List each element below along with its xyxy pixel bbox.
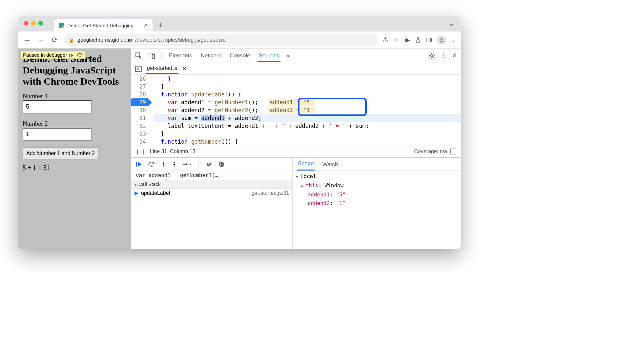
device-mode-icon[interactable] xyxy=(148,52,155,59)
result-text: 5 + 1 = 51 xyxy=(23,164,126,172)
scope-variable[interactable]: this: Window xyxy=(296,181,458,191)
labs-icon[interactable] xyxy=(415,37,421,43)
line-number[interactable]: 34 xyxy=(131,138,148,146)
code-line[interactable]: function getNumber1() { xyxy=(154,138,461,146)
close-file-icon[interactable]: ✕ xyxy=(182,66,187,72)
back-button[interactable]: ← xyxy=(23,35,32,45)
scope-variable[interactable]: addend2: "1" xyxy=(296,199,458,208)
open-file-tab[interactable]: get-started.js xyxy=(146,63,178,74)
code-line[interactable]: } xyxy=(154,130,461,138)
url-path: /devtools-samples/debug-js/get-started xyxy=(135,37,226,43)
line-number[interactable]: 27 xyxy=(131,83,148,91)
number1-label: Number 1 xyxy=(23,92,126,100)
deactivate-breakpoints-button[interactable] xyxy=(206,161,213,168)
tab-network[interactable]: Network xyxy=(199,49,222,62)
line-number[interactable]: 30 xyxy=(131,106,148,114)
more-tabs-icon[interactable]: » xyxy=(286,52,289,59)
close-devtools-icon[interactable]: ✕ xyxy=(452,52,457,59)
coverage-toggle[interactable] xyxy=(450,149,456,154)
code-editor[interactable]: 262728293031323334 } } function updateLa… xyxy=(131,75,461,146)
code-line[interactable]: } xyxy=(154,75,461,83)
browser-tabbar: Demo: Get Started Debugging ✕ + xyxy=(18,16,461,31)
step-out-button[interactable] xyxy=(172,161,176,168)
tab-elements[interactable]: Elements xyxy=(168,49,194,62)
svg-point-11 xyxy=(151,165,153,167)
callstack-frame[interactable]: ▶updateLabelget-started.js:31 xyxy=(131,189,292,197)
extensions-icon[interactable] xyxy=(404,37,410,43)
line-number[interactable]: 32 xyxy=(131,122,148,130)
devtools-menu-icon[interactable]: ⋮ xyxy=(441,52,446,59)
navigator-toggle-icon[interactable] xyxy=(135,66,142,72)
maximize-window-button[interactable] xyxy=(38,21,43,26)
svg-rect-18 xyxy=(220,163,221,166)
code-line[interactable]: var addend2 = getNumber2(); addend2 = "1… xyxy=(154,106,461,114)
step-into-button[interactable] xyxy=(161,161,166,168)
browser-tab[interactable]: Demo: Get Started Debugging ✕ xyxy=(54,19,153,31)
number2-input[interactable] xyxy=(23,128,92,141)
pause-on-exceptions-button[interactable] xyxy=(218,161,224,168)
breakpoint-snippet: var addend1 = getNumber1(… xyxy=(131,171,292,180)
step-over-button[interactable] xyxy=(148,161,155,168)
browser-toolbar: ← → ⟳ 🔒 googlechrome.github.io/devtools-… xyxy=(18,31,461,49)
step-mini-button[interactable] xyxy=(77,52,83,58)
bookmark-icon[interactable]: ☆ xyxy=(394,37,399,43)
scope-variable[interactable]: addend1: "5" xyxy=(296,191,458,199)
editor-status-bar: { } Line 31, Column 13 Coverage: n/a xyxy=(131,146,461,157)
content-area: Paused in debugger Demo: Get Started Deb… xyxy=(18,49,461,249)
tab-console[interactable]: Console xyxy=(228,49,251,62)
code-line[interactable]: } xyxy=(154,83,461,91)
svg-point-4 xyxy=(79,56,81,57)
new-tab-button[interactable]: + xyxy=(156,20,166,30)
scope-tab[interactable]: Scope xyxy=(297,158,314,171)
tab-sources[interactable]: Sources xyxy=(258,49,280,62)
forward-button[interactable]: → xyxy=(36,35,46,45)
debugger-left-panel: var addend1 = getNumber1(… Call Stack ▶u… xyxy=(131,158,293,249)
debugger-panels: var addend1 = getNumber1(… Call Stack ▶u… xyxy=(131,157,461,249)
resume-button[interactable] xyxy=(136,161,142,168)
svg-rect-10 xyxy=(136,162,137,167)
line-number[interactable]: 29 xyxy=(131,98,148,106)
tab-favicon xyxy=(59,23,64,28)
browser-window: Demo: Get Started Debugging ✕ + ← → ⟳ 🔒 … xyxy=(18,16,461,249)
svg-point-2 xyxy=(441,38,443,40)
devtools-panel: Elements Network Console Sources » ⋮ ✕ g… xyxy=(131,49,461,249)
devtools-tabbar: Elements Network Console Sources » ⋮ ✕ xyxy=(131,49,461,63)
line-number[interactable]: 26 xyxy=(131,75,148,83)
callstack-header[interactable]: Call Stack xyxy=(131,180,292,189)
profile-avatar[interactable] xyxy=(437,36,446,44)
watch-tab[interactable]: Watch xyxy=(322,159,339,171)
debugger-right-panel: Scope Watch Local this: Window addend1: … xyxy=(293,158,461,249)
paused-label: Paused in debugger xyxy=(23,52,67,58)
callstack-list: ▶updateLabelget-started.js:31 xyxy=(131,189,292,197)
scope-tabbar: Scope Watch xyxy=(293,158,461,171)
code-line[interactable]: label.textContent = addend1 + ' + ' + ad… xyxy=(154,122,461,130)
add-button[interactable]: Add Number 1 and Number 2 xyxy=(23,148,98,159)
reload-button[interactable]: ⟳ xyxy=(50,36,59,44)
settings-icon[interactable] xyxy=(428,52,435,59)
file-tab-bar: get-started.js ✕ xyxy=(131,63,461,75)
browser-menu-icon[interactable]: ⋮ xyxy=(451,37,456,43)
scope-local-header[interactable]: Local xyxy=(296,172,458,181)
number1-input[interactable] xyxy=(23,100,92,113)
code-line[interactable]: var sum = addend1 + addend2; xyxy=(154,114,461,122)
svg-rect-1 xyxy=(430,38,431,42)
code-line[interactable]: function updateLabel() { xyxy=(154,91,461,98)
line-number[interactable]: 33 xyxy=(131,130,148,138)
inline-value: addend2 = "1" xyxy=(268,107,315,113)
code-line[interactable]: var addend1 = getNumber1(); addend1 = "5… xyxy=(154,98,461,106)
resume-mini-button[interactable] xyxy=(69,52,75,58)
side-panel-icon[interactable] xyxy=(426,37,432,43)
tabs-menu-button[interactable] xyxy=(449,22,454,28)
url-host: googlechrome.github.io xyxy=(77,37,132,43)
frame-location: get-started.js:31 xyxy=(252,190,289,196)
format-icon[interactable]: { } xyxy=(136,149,145,155)
close-tab-icon[interactable]: ✕ xyxy=(144,22,148,29)
share-icon[interactable] xyxy=(383,36,389,43)
line-number[interactable]: 28 xyxy=(131,91,148,98)
coverage-label: Coverage: n/a xyxy=(414,149,447,154)
address-bar[interactable]: 🔒 googlechrome.github.io/devtools-sample… xyxy=(64,34,378,46)
close-window-button[interactable] xyxy=(24,21,29,26)
step-button[interactable] xyxy=(182,161,191,168)
minimize-window-button[interactable] xyxy=(31,21,36,26)
inspect-element-icon[interactable] xyxy=(135,52,142,59)
